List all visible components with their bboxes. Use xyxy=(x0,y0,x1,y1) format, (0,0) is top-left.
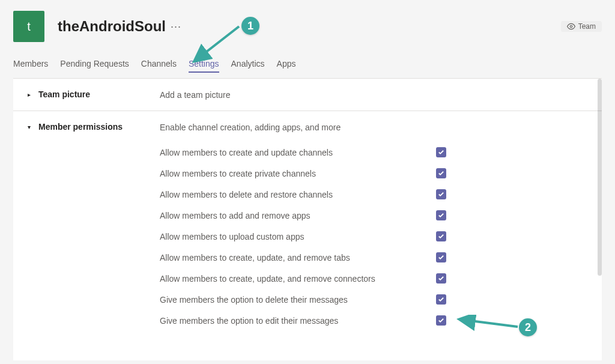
scrollbar-track[interactable] xyxy=(598,79,602,360)
perm-label: Allow members to create private channels xyxy=(160,169,436,178)
svg-point-0 xyxy=(570,25,572,28)
perm-row: Allow members to upload custom apps xyxy=(160,226,587,247)
perm-label: Give members the option to edit their me… xyxy=(160,316,436,326)
checkbox-delete-messages[interactable] xyxy=(436,294,446,305)
scrollbar-thumb[interactable] xyxy=(598,79,602,276)
perm-row: Allow members to create and update chann… xyxy=(160,142,587,163)
perm-label: Give members the option to delete their … xyxy=(160,295,436,305)
perm-label: Allow members to create, update, and rem… xyxy=(160,274,436,284)
perm-label: Allow members to delete and restore chan… xyxy=(160,190,436,199)
caret-down-icon: ▾ xyxy=(28,124,34,130)
perm-row: Allow members to delete and restore chan… xyxy=(160,184,587,205)
tab-pending-requests[interactable]: Pending Requests xyxy=(60,59,129,72)
more-options-button[interactable]: ··· xyxy=(171,20,181,33)
perm-label: Allow members to add and remove apps xyxy=(160,211,436,220)
annotation-badge-1: 1 xyxy=(241,17,259,35)
perm-row: Give members the option to delete their … xyxy=(160,289,587,310)
perm-label: Allow members to create and update chann… xyxy=(160,148,436,157)
team-visibility-badge[interactable]: Team xyxy=(561,21,602,32)
tab-channels[interactable]: Channels xyxy=(141,59,177,72)
perm-label: Allow members to create, update, and rem… xyxy=(160,253,436,262)
checkbox-upload-custom-apps[interactable] xyxy=(436,231,446,241)
annotation-arrow-1 xyxy=(190,20,244,66)
checkbox-manage-connectors[interactable] xyxy=(436,273,446,284)
tab-bar: Members Pending Requests Channels Settin… xyxy=(0,59,615,72)
section-member-permissions: ▾ Member permissions Enable channel crea… xyxy=(13,111,602,337)
section-header-toggle[interactable]: ▾ Member permissions xyxy=(28,122,160,132)
perm-row: Allow members to create, update, and rem… xyxy=(160,247,587,268)
svg-line-2 xyxy=(196,26,239,60)
tab-apps[interactable]: Apps xyxy=(277,59,296,72)
section-desc: Add a team picture xyxy=(160,89,231,100)
perm-row: Allow members to create, update, and rem… xyxy=(160,268,587,289)
caret-right-icon: ▸ xyxy=(28,91,34,98)
team-avatar: t xyxy=(13,11,44,42)
checkbox-add-remove-apps[interactable] xyxy=(436,210,446,220)
team-name: theAndroidSoul xyxy=(58,18,166,35)
svg-line-4 xyxy=(461,320,518,327)
perm-row: Allow members to create private channels xyxy=(160,163,587,184)
annotation-arrow-2 xyxy=(456,315,523,333)
section-team-picture[interactable]: ▸ Team picture Add a team picture xyxy=(13,79,602,111)
team-header: t theAndroidSoul ··· Team xyxy=(0,0,615,48)
section-title: Member permissions xyxy=(38,122,123,132)
team-badge-label: Team xyxy=(578,22,596,31)
eye-icon xyxy=(567,22,575,31)
checkbox-create-private-channels[interactable] xyxy=(436,168,446,178)
checkbox-delete-restore-channels[interactable] xyxy=(436,189,446,199)
tab-members[interactable]: Members xyxy=(13,59,48,72)
section-title: Team picture xyxy=(38,89,90,99)
annotation-badge-2: 2 xyxy=(519,318,537,336)
perm-row: Allow members to add and remove apps xyxy=(160,205,587,226)
section-desc: Enable channel creation, adding apps, an… xyxy=(160,122,587,142)
perm-label: Allow members to upload custom apps xyxy=(160,232,436,241)
permissions-list: Enable channel creation, adding apps, an… xyxy=(160,122,587,331)
checkbox-create-update-channels[interactable] xyxy=(436,147,446,157)
checkbox-manage-tabs[interactable] xyxy=(436,252,446,262)
checkbox-edit-messages[interactable] xyxy=(436,315,446,326)
